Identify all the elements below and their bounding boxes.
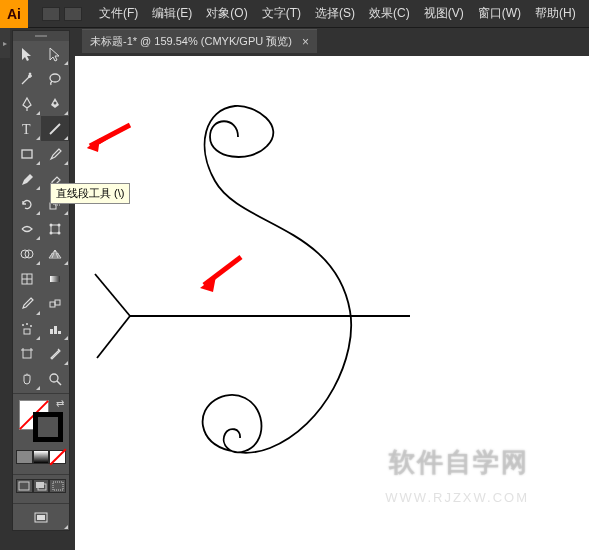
svg-rect-34 bbox=[19, 482, 29, 490]
paintbrush-tool[interactable] bbox=[41, 141, 69, 166]
magic-wand-tool[interactable] bbox=[13, 66, 41, 91]
swap-fill-stroke-icon[interactable]: ⇄ bbox=[56, 398, 64, 409]
lasso-tool[interactable] bbox=[41, 66, 69, 91]
menu-view[interactable]: 视图(V) bbox=[417, 5, 471, 22]
menu-effect[interactable]: 效果(C) bbox=[362, 5, 417, 22]
expand-panel-button[interactable]: ▸ bbox=[0, 28, 10, 58]
color-mode-row bbox=[13, 448, 69, 472]
svg-rect-26 bbox=[58, 331, 61, 334]
control-btn-2[interactable] bbox=[64, 7, 82, 21]
tool-grid: T bbox=[13, 41, 69, 391]
svg-text:T: T bbox=[22, 122, 31, 137]
callout-arrow-2 bbox=[196, 252, 246, 297]
zoom-tool[interactable] bbox=[41, 366, 69, 391]
svg-rect-36 bbox=[36, 482, 44, 488]
color-mode-color[interactable] bbox=[16, 450, 33, 464]
svg-rect-24 bbox=[50, 329, 53, 334]
svg-rect-17 bbox=[50, 276, 60, 282]
svg-rect-27 bbox=[23, 350, 31, 358]
left-collapse-panel: ▸ bbox=[0, 28, 10, 550]
draw-behind[interactable] bbox=[33, 479, 50, 493]
svg-point-11 bbox=[58, 231, 61, 234]
line-segment-tool[interactable] bbox=[41, 116, 69, 141]
svg-point-8 bbox=[50, 223, 53, 226]
pen-tool[interactable] bbox=[13, 91, 41, 116]
menu-help[interactable]: 帮助(H) bbox=[528, 5, 583, 22]
stroke-swatch[interactable] bbox=[33, 412, 63, 442]
svg-line-41 bbox=[95, 274, 130, 316]
draw-inside[interactable] bbox=[49, 479, 66, 493]
svg-point-10 bbox=[50, 231, 53, 234]
svg-point-9 bbox=[58, 223, 61, 226]
slice-tool[interactable] bbox=[41, 341, 69, 366]
canvas-area: 软件自学网 WWW.RJZXW.COM bbox=[75, 56, 589, 550]
curvature-tool[interactable] bbox=[41, 91, 69, 116]
svg-line-42 bbox=[97, 316, 130, 358]
watermark-text: 软件自学网 bbox=[389, 445, 529, 480]
screen-mode-button[interactable] bbox=[13, 506, 69, 530]
document-tab-close[interactable]: × bbox=[302, 35, 309, 49]
mesh-tool[interactable] bbox=[13, 266, 41, 291]
rectangle-tool[interactable] bbox=[13, 141, 41, 166]
svg-line-3 bbox=[50, 124, 60, 134]
callout-arrow-1 bbox=[82, 120, 132, 160]
svg-rect-37 bbox=[53, 482, 63, 490]
shape-builder-tool[interactable] bbox=[13, 241, 41, 266]
app-icon: Ai bbox=[0, 0, 28, 28]
menu-select[interactable]: 选择(S) bbox=[308, 5, 362, 22]
fill-stroke-control[interactable]: ⇄ bbox=[13, 396, 69, 448]
gradient-tool[interactable] bbox=[41, 266, 69, 291]
blend-tool[interactable] bbox=[41, 291, 69, 316]
draw-mode-row bbox=[13, 477, 69, 501]
svg-rect-4 bbox=[22, 150, 32, 158]
canvas[interactable]: 软件自学网 WWW.RJZXW.COM bbox=[75, 56, 589, 550]
control-btn-1[interactable] bbox=[42, 7, 60, 21]
svg-point-21 bbox=[22, 324, 24, 326]
top-menu-bar: Ai 文件(F) 编辑(E) 对象(O) 文字(T) 选择(S) 效果(C) 视… bbox=[0, 0, 589, 28]
svg-point-1 bbox=[54, 101, 57, 104]
tool-panel: T bbox=[12, 30, 70, 531]
menu-edit[interactable]: 编辑(E) bbox=[145, 5, 199, 22]
svg-rect-20 bbox=[24, 329, 30, 334]
document-tab[interactable]: 未标题-1* @ 159.54% (CMYK/GPU 预览) × bbox=[82, 29, 317, 53]
svg-rect-7 bbox=[51, 225, 59, 233]
svg-rect-39 bbox=[37, 515, 45, 520]
menu-file[interactable]: 文件(F) bbox=[92, 5, 145, 22]
svg-line-33 bbox=[57, 381, 61, 385]
type-tool[interactable]: T bbox=[13, 116, 41, 141]
direct-selection-tool[interactable] bbox=[41, 41, 69, 66]
color-mode-gradient[interactable] bbox=[33, 450, 50, 464]
free-transform-tool[interactable] bbox=[41, 216, 69, 241]
rotate-tool[interactable] bbox=[13, 191, 41, 216]
watermark-url: WWW.RJZXW.COM bbox=[385, 490, 529, 505]
perspective-grid-tool[interactable] bbox=[41, 241, 69, 266]
symbol-sprayer-tool[interactable] bbox=[13, 316, 41, 341]
menu-window[interactable]: 窗口(W) bbox=[471, 5, 528, 22]
hand-tool[interactable] bbox=[13, 366, 41, 391]
document-tab-title: 未标题-1* @ 159.54% (CMYK/GPU 预览) bbox=[90, 34, 292, 49]
svg-point-23 bbox=[30, 325, 32, 327]
tool-panel-grip[interactable] bbox=[13, 31, 69, 41]
svg-rect-25 bbox=[54, 326, 57, 334]
svg-rect-18 bbox=[50, 302, 55, 307]
eyedropper-tool[interactable] bbox=[13, 291, 41, 316]
tooltip: 直线段工具 (\) bbox=[50, 183, 130, 204]
width-tool[interactable] bbox=[13, 216, 41, 241]
selection-tool[interactable] bbox=[13, 41, 41, 66]
shaper-tool[interactable] bbox=[13, 166, 41, 191]
color-mode-none[interactable] bbox=[49, 450, 66, 464]
menu-type[interactable]: 文字(T) bbox=[255, 5, 308, 22]
svg-rect-19 bbox=[55, 300, 60, 305]
svg-point-32 bbox=[50, 374, 58, 382]
column-graph-tool[interactable] bbox=[41, 316, 69, 341]
menu-object[interactable]: 对象(O) bbox=[199, 5, 254, 22]
artboard-tool[interactable] bbox=[13, 341, 41, 366]
document-tab-bar: 未标题-1* @ 159.54% (CMYK/GPU 预览) × bbox=[0, 28, 589, 54]
svg-point-22 bbox=[26, 323, 28, 325]
draw-normal[interactable] bbox=[16, 479, 33, 493]
